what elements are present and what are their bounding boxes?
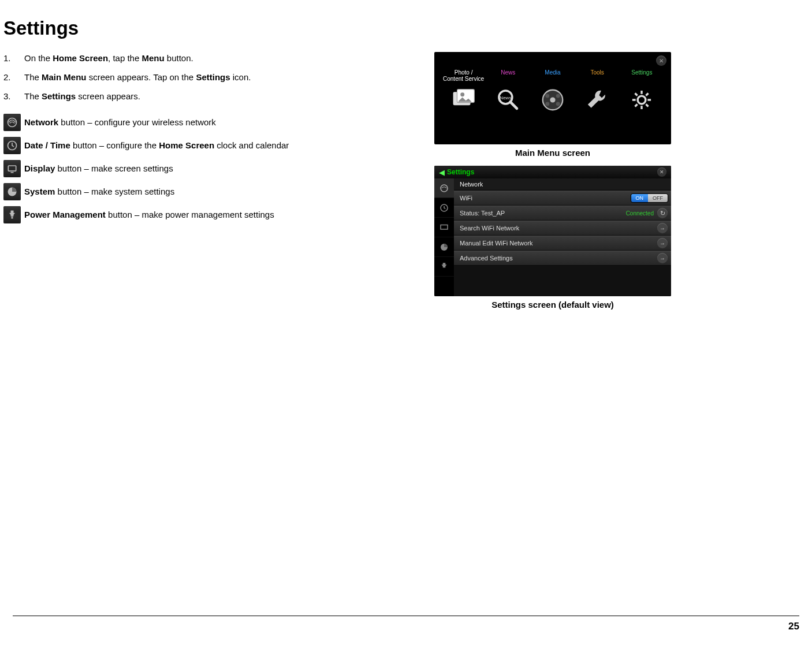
tab-tools[interactable]: Tools: [576, 69, 619, 82]
sidebar-clock-icon[interactable]: [434, 198, 454, 218]
row-status[interactable]: Status: Test_AP Connected: [454, 206, 671, 221]
icon-line-network: Network button – configure your wireless…: [3, 114, 408, 131]
svg-point-6: [460, 92, 464, 96]
news-icon[interactable]: News: [495, 87, 522, 113]
gear-icon[interactable]: [628, 87, 655, 113]
svg-point-10: [550, 97, 555, 102]
sidebar-power-icon[interactable]: [434, 257, 454, 277]
tab-news[interactable]: News: [487, 69, 530, 82]
row-manual-wifi[interactable]: Manual Edit WiFi Network: [454, 236, 671, 251]
clock-icon: [3, 137, 21, 154]
icon-line-display: Display button – make screen settings: [3, 160, 408, 177]
connected-label: Connected: [626, 210, 654, 217]
section-header: Network: [454, 178, 671, 191]
icon-line-power: Power Management button – make power man…: [3, 206, 408, 223]
wifi-toggle[interactable]: ON OFF: [631, 194, 668, 202]
svg-point-12: [556, 94, 560, 98]
back-icon[interactable]: ◀: [439, 168, 445, 177]
settings-caption: Settings screen (default view): [434, 300, 671, 310]
svg-point-14: [556, 102, 560, 106]
tools-icon[interactable]: [584, 87, 610, 113]
display-icon: [3, 160, 21, 177]
sidebar-network-icon[interactable]: [434, 178, 454, 198]
main-menu-caption: Main Menu screen: [434, 148, 671, 158]
system-icon: [3, 183, 21, 200]
main-menu-screenshot: Photo / Content Service News Media Tools…: [434, 52, 671, 144]
power-icon: [3, 206, 21, 223]
close-icon[interactable]: [657, 167, 666, 177]
page-title: Settings: [3, 17, 799, 39]
tab-media[interactable]: Media: [531, 69, 574, 82]
sidebar-system-icon[interactable]: [434, 237, 454, 257]
step-item: On the Home Screen, tap the Menu button.: [3, 52, 408, 64]
arrow-right-icon: [657, 238, 668, 248]
close-icon[interactable]: [656, 55, 666, 66]
tab-photo[interactable]: Photo / Content Service: [442, 69, 485, 82]
svg-point-15: [638, 96, 646, 104]
page-number: 25: [788, 621, 799, 632]
arrow-right-icon: [657, 253, 668, 263]
refresh-icon[interactable]: [657, 208, 668, 218]
step-item: The Main Menu screen appears. Tap on the…: [3, 71, 408, 83]
steps-list: On the Home Screen, tap the Menu button.…: [3, 52, 408, 102]
row-search-wifi[interactable]: Search WiFi Network: [454, 221, 671, 236]
arrow-right-icon: [657, 223, 668, 233]
icon-line-datetime: Date / Time button – configure the Home …: [3, 137, 408, 154]
svg-rect-18: [441, 225, 448, 229]
network-icon: [3, 114, 21, 131]
svg-text:News: News: [500, 95, 511, 100]
row-advanced[interactable]: Advanced Settings: [454, 251, 671, 266]
footer-rule: [13, 616, 799, 616]
icon-line-system: System button – make system settings: [3, 183, 408, 200]
tab-settings[interactable]: Settings: [620, 69, 663, 82]
settings-sidebar: [434, 178, 454, 296]
media-icon[interactable]: [539, 87, 566, 113]
svg-point-11: [545, 94, 549, 98]
settings-screenshot: ◀ Settings Network WiFi ON: [434, 166, 671, 296]
svg-point-13: [545, 102, 549, 106]
row-wifi[interactable]: WiFi ON OFF: [454, 191, 671, 206]
photo-icon[interactable]: [450, 87, 477, 113]
step-item: The Settings screen appears.: [3, 90, 408, 102]
svg-rect-2: [8, 166, 16, 171]
sidebar-display-icon[interactable]: [434, 218, 454, 237]
settings-title: Settings: [447, 168, 474, 176]
